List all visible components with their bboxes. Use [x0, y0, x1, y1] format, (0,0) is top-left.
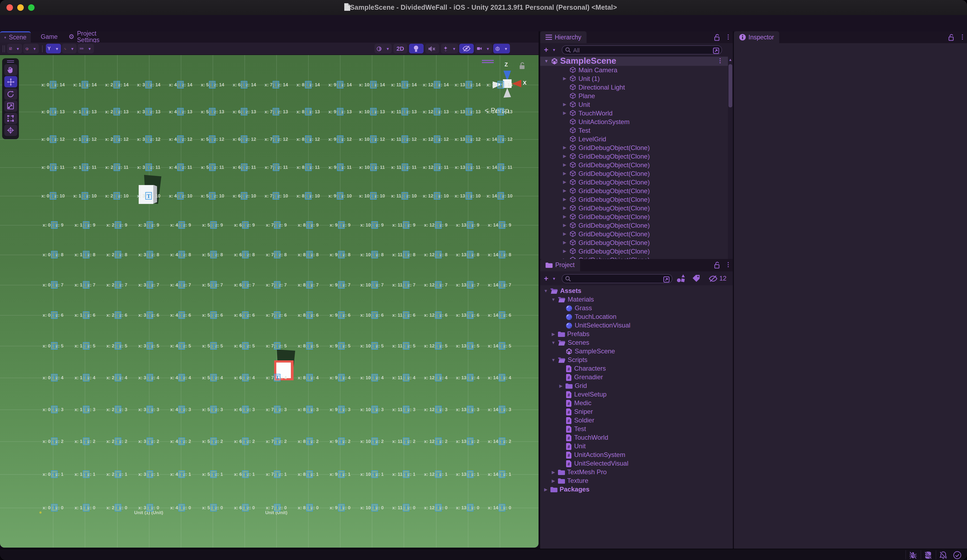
camera-settings-button[interactable]: ▼	[475, 44, 492, 53]
picker-icon[interactable]	[663, 276, 670, 282]
text-gizmo-icon[interactable]: T	[51, 251, 58, 259]
text-gizmo-icon[interactable]: T	[147, 405, 153, 413]
foldout-icon[interactable]: ▶	[562, 249, 567, 254]
create-asset-button[interactable]: +▼	[544, 274, 556, 283]
text-gizmo-icon[interactable]: T	[210, 251, 217, 259]
foldout-icon[interactable]: ▶	[562, 206, 567, 211]
text-gizmo-icon[interactable]: T	[147, 342, 153, 350]
text-gizmo-icon[interactable]: T	[50, 135, 56, 143]
tool-settings-button[interactable]: ▼	[7, 44, 22, 53]
text-gizmo-icon[interactable]: T	[210, 374, 217, 381]
hierarchy-item[interactable]: ▶GridDebugObject(Clone)	[540, 212, 728, 221]
hierarchy-item[interactable]: ▶Unit (1)	[540, 74, 728, 83]
debugger-status-button[interactable]	[909, 551, 917, 560]
text-gizmo-icon[interactable]: T	[498, 164, 504, 171]
text-gizmo-icon[interactable]: T	[338, 342, 345, 350]
project-item[interactable]: Grass	[540, 304, 733, 312]
text-gizmo-icon[interactable]: T	[467, 405, 473, 413]
text-gizmo-icon[interactable]: T	[114, 81, 120, 88]
text-gizmo-icon[interactable]: T	[83, 471, 89, 478]
text-gizmo-icon[interactable]: T	[466, 192, 472, 200]
text-gizmo-icon[interactable]: T	[305, 164, 311, 171]
text-gizmo-icon[interactable]: T	[51, 504, 58, 511]
text-gizmo-icon[interactable]: T	[467, 374, 473, 381]
project-item[interactable]: TouchLocation	[540, 312, 733, 321]
text-gizmo-icon[interactable]: T	[466, 81, 472, 88]
text-gizmo-icon[interactable]: T	[435, 251, 441, 259]
unlock-icon[interactable]	[714, 262, 720, 268]
text-gizmo-icon[interactable]: T	[242, 504, 249, 511]
text-gizmo-icon[interactable]: T	[371, 221, 378, 229]
text-gizmo-icon[interactable]: T	[51, 405, 58, 413]
text-gizmo-icon[interactable]: T	[147, 281, 153, 288]
text-gizmo-icon[interactable]: T	[467, 504, 473, 511]
text-gizmo-icon[interactable]: T	[209, 192, 216, 200]
text-gizmo-icon[interactable]: T	[338, 405, 345, 413]
text-gizmo-icon[interactable]: T	[498, 374, 505, 381]
kebab-menu-icon[interactable]: ⋮	[725, 261, 731, 268]
text-gizmo-icon[interactable]: T	[115, 342, 121, 350]
text-gizmo-icon[interactable]: T	[178, 438, 185, 445]
project-item[interactable]: #Test	[540, 425, 733, 433]
text-gizmo-icon[interactable]: T	[178, 405, 185, 413]
handle-orientation-button[interactable]: ▼	[23, 44, 39, 53]
hierarchy-item[interactable]: Plane	[540, 91, 728, 100]
text-gizmo-icon[interactable]: T	[338, 471, 345, 478]
project-item[interactable]: #LevelSetup	[540, 390, 733, 399]
text-gizmo-icon[interactable]: T	[337, 81, 343, 88]
foldout-icon[interactable]: ▶	[562, 223, 567, 228]
text-gizmo-icon[interactable]: T	[115, 281, 121, 288]
text-gizmo-icon[interactable]: T	[305, 81, 311, 88]
project-item[interactable]: #Grenadier	[540, 373, 733, 381]
text-gizmo-icon[interactable]: T	[50, 81, 56, 88]
text-gizmo-icon[interactable]: T	[145, 108, 152, 115]
project-item[interactable]: #UnitSelectedVisual	[540, 459, 733, 468]
text-gizmo-icon[interactable]: T	[145, 135, 152, 143]
text-gizmo-icon[interactable]: T	[114, 192, 120, 200]
scrollbar-thumb[interactable]	[728, 64, 732, 107]
text-gizmo-icon[interactable]: T	[145, 81, 152, 88]
hierarchy-scrollbar[interactable]: ▲	[728, 57, 733, 259]
text-gizmo-icon[interactable]: T	[51, 342, 58, 350]
text-gizmo-icon[interactable]: T	[306, 374, 313, 381]
text-gizmo-icon[interactable]: T	[273, 192, 279, 200]
text-gizmo-icon[interactable]: T	[51, 281, 58, 288]
overlay-menu-handle[interactable]	[482, 60, 494, 63]
project-item[interactable]: #Characters	[540, 364, 733, 373]
hierarchy-item[interactable]: ▶TouchWorld	[540, 109, 728, 117]
tab-inspector[interactable]: Inspector	[734, 31, 779, 43]
text-gizmo-icon[interactable]: T	[83, 438, 89, 445]
create-object-button[interactable]: +▼	[544, 45, 556, 54]
foldout-icon[interactable]: ▶	[543, 487, 548, 492]
text-gizmo-icon[interactable]: T	[435, 471, 441, 478]
hierarchy-item[interactable]: ▶GridDebugObject(Clone)	[540, 178, 728, 186]
text-gizmo-icon[interactable]: T	[147, 374, 153, 381]
text-gizmo-icon[interactable]: T	[306, 311, 313, 319]
text-gizmo-icon[interactable]: T	[467, 471, 473, 478]
text-gizmo-icon[interactable]: T	[403, 504, 409, 511]
text-gizmo-icon[interactable]: T	[242, 221, 249, 229]
text-gizmo-icon[interactable]: T	[434, 135, 440, 143]
text-gizmo-icon[interactable]: T	[338, 374, 345, 381]
text-gizmo-icon[interactable]: T	[210, 221, 217, 229]
foldout-open-icon[interactable]: ▼	[544, 59, 549, 64]
text-gizmo-icon[interactable]: T	[498, 251, 505, 259]
scale-tool-button[interactable]	[4, 100, 17, 112]
hierarchy-item[interactable]: ▶GridDebugObject(Clone)	[540, 169, 728, 178]
project-item[interactable]: #Medic	[540, 399, 733, 407]
text-gizmo-icon[interactable]: T	[305, 108, 311, 115]
hierarchy-item[interactable]: ▶GridDebugObject(Clone)	[540, 195, 728, 204]
hierarchy-item[interactable]: ▶GridDebugObject(Clone)	[540, 160, 728, 169]
text-gizmo-icon[interactable]: T	[274, 471, 281, 478]
text-gizmo-icon[interactable]: T	[147, 504, 153, 511]
text-gizmo-icon[interactable]: T	[242, 251, 249, 259]
foldout-icon[interactable]: ▼	[551, 340, 556, 345]
text-gizmo-icon[interactable]: T	[435, 405, 441, 413]
2d-toggle-button[interactable]: 2D	[393, 44, 408, 53]
kebab-menu-icon[interactable]: ⋮	[717, 57, 723, 64]
text-gizmo-icon[interactable]: T	[274, 438, 281, 445]
tab-hierarchy[interactable]: Hierarchy	[540, 31, 587, 43]
text-gizmo-icon[interactable]: T	[83, 311, 89, 319]
text-gizmo-icon[interactable]: T	[306, 251, 313, 259]
text-gizmo-icon[interactable]: T	[115, 374, 121, 381]
